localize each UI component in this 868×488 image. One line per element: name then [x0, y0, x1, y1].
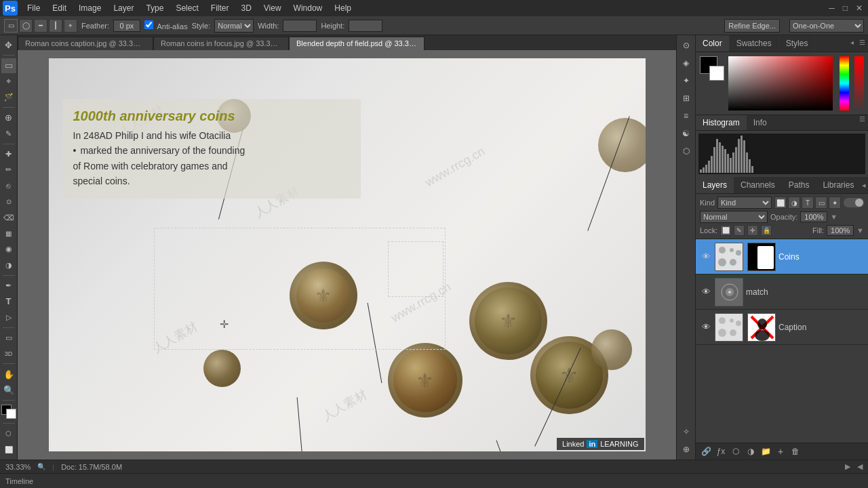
filter-type-icon[interactable]: T — [802, 197, 814, 209]
layer-item-match[interactable]: 👁 match — [696, 274, 868, 310]
width-input[interactable] — [283, 20, 317, 32]
menu-type[interactable]: Type — [140, 2, 169, 14]
tab-libraries[interactable]: Libraries — [816, 177, 861, 193]
tab-roman-caption[interactable]: Roman coins caption.jpg @ 33.3% (RGB/8) … — [18, 37, 153, 50]
minimize-btn[interactable]: ─ — [826, 3, 837, 13]
layer-adj-icon[interactable]: ◑ — [745, 445, 757, 458]
tab-layers[interactable]: Layers — [696, 177, 734, 193]
single-row-icon[interactable]: ━ — [34, 19, 47, 33]
properties-btn[interactable]: ≡ — [679, 108, 694, 123]
path-selection-tool[interactable]: ▷ — [1, 310, 16, 324]
filter-select[interactable]: Kind — [717, 197, 772, 209]
zoom-tool[interactable]: 🔍 — [1, 383, 16, 397]
3d-tool[interactable]: 3D — [1, 346, 16, 361]
spot-healing-tool[interactable]: ✚ — [1, 147, 16, 161]
screen-mode-btn[interactable]: ⬜ — [1, 443, 16, 457]
view-mode-select[interactable]: One-on-One — [789, 19, 864, 33]
timeline-label[interactable]: Timeline — [5, 477, 33, 485]
layer-vis-match[interactable]: 👁 — [700, 286, 712, 298]
antialias-checkbox[interactable] — [144, 20, 153, 29]
mask-btn[interactable]: ⬡ — [679, 144, 694, 159]
color-panel-menu[interactable]: ☰ — [856, 35, 868, 52]
layer-vis-caption[interactable]: 👁 — [700, 321, 712, 333]
close-btn[interactable]: ✕ — [853, 3, 865, 13]
tab-blended[interactable]: Blended depth of field.psd @ 33.3% (Coin… — [289, 37, 425, 50]
layer-add-icon[interactable]: + — [774, 445, 787, 458]
menu-image[interactable]: Image — [73, 2, 106, 14]
zoom-btn[interactable]: 🔍 — [37, 463, 45, 470]
lock-all-icon[interactable]: 🔒 — [761, 225, 772, 236]
hue-slider[interactable] — [840, 56, 849, 110]
styles-btn[interactable]: ✧ — [679, 424, 694, 439]
marquee-tool[interactable]: ▭ — [1, 58, 16, 73]
magic-wand-tool[interactable]: 🪄 — [1, 90, 16, 104]
filter-shape-icon[interactable]: ▭ — [815, 197, 827, 209]
menu-help[interactable]: Help — [329, 2, 357, 14]
menu-file[interactable]: File — [22, 2, 45, 14]
style-select[interactable]: Normal — [214, 19, 254, 33]
height-input[interactable] — [349, 20, 382, 32]
menu-view[interactable]: View — [258, 2, 287, 14]
maximize-btn[interactable]: □ — [840, 3, 850, 13]
crop-tool[interactable]: ⊕ — [1, 110, 16, 125]
menu-select[interactable]: Select — [170, 2, 203, 14]
lasso-tool[interactable]: ⌖ — [1, 75, 16, 89]
blend-mode-select[interactable]: Normal — [700, 211, 768, 223]
bg-swatch[interactable] — [709, 66, 724, 81]
canvas-content[interactable]: 人人素材 人人素材 人人素材 www.rrcg.cn www.rrcg.cn 人… — [18, 50, 676, 460]
filter-smart-icon[interactable]: ✦ — [829, 197, 841, 209]
eraser-tool[interactable]: ⌫ — [1, 210, 16, 224]
layers-collapse-icon[interactable]: ◂ — [861, 180, 867, 191]
quick-mask-btn[interactable]: ⬡ — [1, 426, 16, 441]
filter-toggle[interactable] — [844, 198, 864, 207]
filter-adj-icon[interactable]: ◑ — [788, 197, 800, 209]
blur-tool[interactable]: ◉ — [1, 242, 16, 256]
layer-group-icon[interactable]: 📁 — [760, 445, 772, 458]
tab-paths[interactable]: Paths — [782, 177, 816, 193]
pen-tool[interactable]: ✒ — [1, 279, 16, 293]
menu-layer[interactable]: Layer — [108, 2, 139, 14]
feather-input[interactable] — [113, 20, 140, 32]
content-aware-btn[interactable]: ⊞ — [679, 91, 694, 106]
shape-tool[interactable]: ▭ — [1, 331, 16, 345]
color-spectrum[interactable] — [728, 56, 833, 110]
menu-window[interactable]: Window — [288, 2, 328, 14]
tab-histogram[interactable]: Histogram — [696, 115, 747, 130]
lasso-option-icon[interactable]: ⌖ — [64, 19, 77, 33]
alpha-slider[interactable] — [854, 56, 864, 110]
ellipse-marquee-icon[interactable]: ◯ — [19, 19, 33, 33]
extra-btn[interactable]: ⊕ — [679, 442, 694, 457]
rect-marquee-icon[interactable]: ▭ — [4, 19, 18, 33]
hand-tool[interactable]: ✋ — [1, 367, 16, 381]
clone-stamp-tool[interactable]: ⎋ — [1, 179, 16, 193]
layer-style-icon[interactable]: ƒx — [715, 445, 727, 458]
tab-roman-focus[interactable]: Roman coins in focus.jpg @ 33.3% (RGB/8)… — [153, 37, 289, 50]
menu-edit[interactable]: Edit — [47, 2, 72, 14]
fill-input[interactable] — [827, 225, 854, 236]
eyedropper-tool[interactable]: ✎ — [1, 127, 16, 141]
tab-swatches[interactable]: Swatches — [730, 35, 779, 52]
layer-item-coins[interactable]: 👁 C — [696, 239, 868, 274]
play-btn[interactable]: ▶ — [845, 462, 850, 471]
opacity-input[interactable] — [800, 211, 827, 222]
3d-tools-btn[interactable]: ◈ — [679, 56, 694, 70]
lock-pixel-icon[interactable]: ⬜ — [720, 225, 731, 236]
single-col-icon[interactable]: ┃ — [49, 19, 62, 33]
adjustments-btn[interactable]: ☯ — [679, 126, 694, 141]
fill-arrow[interactable]: ▼ — [856, 226, 864, 235]
filter-pixel-icon[interactable]: ⬜ — [774, 197, 787, 209]
history-brush-tool[interactable]: ⊙ — [1, 195, 16, 209]
layer-link-icon[interactable]: 🔗 — [700, 445, 712, 458]
refine-edge-btn[interactable]: Refine Edge... — [724, 19, 780, 33]
color-panel-collapse[interactable]: ◂ — [848, 35, 856, 52]
text-tool[interactable]: T — [1, 294, 16, 308]
background-color[interactable] — [6, 409, 16, 419]
tab-channels[interactable]: Channels — [734, 177, 782, 193]
menu-filter[interactable]: Filter — [205, 2, 235, 14]
tab-info[interactable]: Info — [747, 115, 774, 130]
dodge-tool[interactable]: ◑ — [1, 258, 16, 272]
gradient-tool[interactable]: ▦ — [1, 226, 16, 241]
layer-item-caption[interactable]: 👁 — [696, 310, 868, 345]
brush-tool[interactable]: ✏ — [1, 163, 16, 177]
tab-styles[interactable]: Styles — [779, 35, 816, 52]
